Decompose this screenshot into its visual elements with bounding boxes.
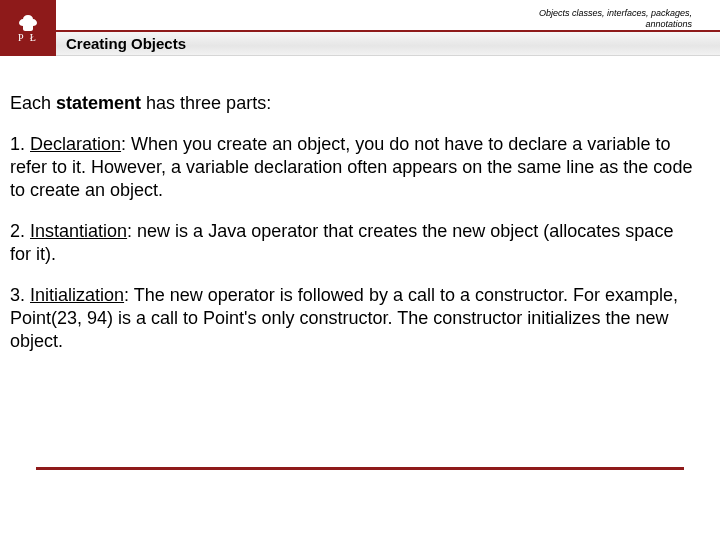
title-bar: Creating Objects [56,32,720,56]
footer-rule [36,467,684,470]
breadcrumb-line-1: Objects classes, interfaces, packages, [539,8,692,19]
logo-letters: P Ł [17,32,39,43]
eagle-icon [17,14,39,32]
list-item: 2. Instantiation: new is a Java operator… [10,220,698,266]
institution-logo: P Ł [0,0,56,56]
intro-bold: statement [56,93,141,113]
header-band: P Ł Objects classes, interfaces, package… [0,0,720,56]
item-number: 2. [10,221,30,241]
page-title: Creating Objects [66,35,186,52]
item-number: 1. [10,134,30,154]
intro-pre: Each [10,93,56,113]
list-item: 1. Declaration: When you create an objec… [10,133,698,202]
body-content: Each statement has three parts: 1. Decla… [10,92,698,371]
item-term: Initialization [30,285,124,305]
intro-post: has three parts: [141,93,271,113]
item-term: Declaration [30,134,121,154]
breadcrumb-line-2: annotations [539,19,692,30]
breadcrumb: Objects classes, interfaces, packages, a… [539,8,692,30]
item-term: Instantiation [30,221,127,241]
slide: P Ł Objects classes, interfaces, package… [0,0,720,540]
list-item: 3. Initialization: The new operator is f… [10,284,698,353]
logo-inner: P Ł [17,14,39,43]
intro-line: Each statement has three parts: [10,92,698,115]
item-number: 3. [10,285,30,305]
